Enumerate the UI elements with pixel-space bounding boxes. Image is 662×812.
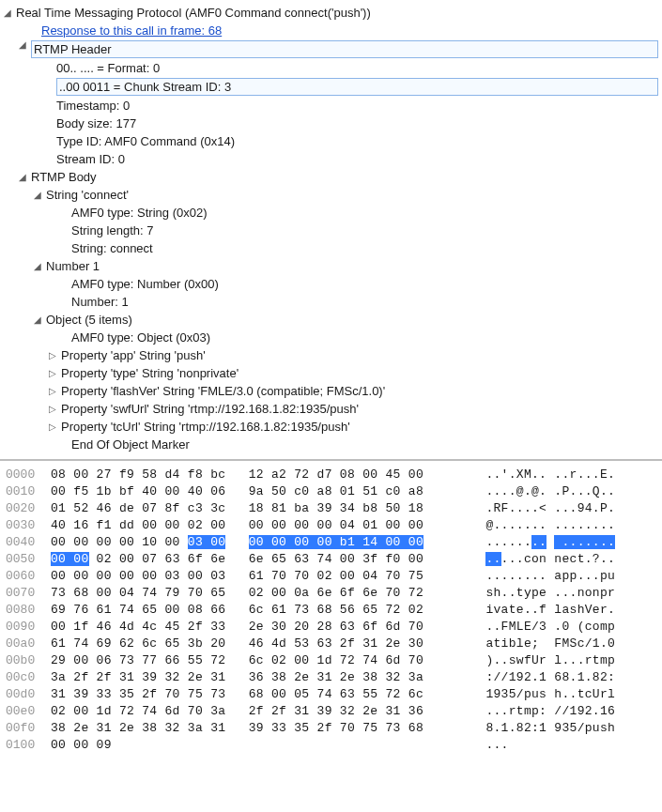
hex-ascii: ..FMLE/3 .0 (comp [485,619,615,636]
hex-row[interactable]: 007073 68 00 04 74 79 70 65 02 00 0a 6e … [6,585,662,602]
rtmp-body-label: RTMP Body [31,168,97,186]
hex-offset: 00f0 [6,720,51,737]
hex-ascii: ...rtmp: //192.16 [485,703,615,720]
hex-row[interactable]: 00d031 39 33 35 2f 70 75 73 68 00 05 74 … [6,686,662,703]
string-length[interactable]: String length: 7 [0,222,662,239]
hex-offset: 0060 [6,568,51,585]
hex-row[interactable]: 010000 00 09 ... [6,737,662,754]
hex-offset: 0000 [6,467,51,483]
hex-offset: 0040 [6,534,51,551]
object-end-marker[interactable]: End Of Object Marker [0,436,662,453]
hex-row[interactable]: 003040 16 f1 dd 00 00 02 00 00 00 00 00 … [6,517,662,534]
hex-row[interactable]: 00b029 00 06 73 77 66 55 72 6c 02 00 1d … [6,652,662,669]
hex-offset: 00a0 [6,636,51,652]
hex-offset: 0080 [6,602,51,619]
chevron-down-icon[interactable]: ◢ [2,4,12,22]
hex-bytes: 3a 2f 2f 31 39 32 2e 31 36 38 2e 31 2e 3… [51,669,464,686]
hex-bytes: 00 00 09 [51,737,464,754]
hex-ascii: )..swfUr l...rtmp [485,652,615,669]
number-value[interactable]: Number: 1 [0,293,662,311]
hex-offset: 0100 [6,737,51,754]
hex-row[interactable]: 00f038 2e 31 2e 38 32 3a 31 39 33 35 2f … [6,720,662,737]
hex-row[interactable]: 00a061 74 69 62 6c 65 3b 20 46 4d 53 63 … [6,636,662,652]
rtmp-header-row[interactable]: ◢ RTMP Header [0,39,662,59]
hex-offset: 0090 [6,619,51,636]
header-format[interactable]: 00.. .... = Format: 0 [0,59,662,77]
chevron-down-icon[interactable]: ◢ [32,311,42,329]
hex-bytes: 02 00 1d 72 74 6d 70 3a 2f 2f 31 39 32 2… [51,703,464,720]
hex-ascii: 1935/pus h..tcUrl [485,686,615,703]
hex-offset: 00c0 [6,669,51,686]
hex-bytes: 38 2e 31 2e 38 32 3a 31 39 33 35 2f 70 7… [51,720,464,737]
string-value[interactable]: String: connect [0,239,662,257]
string-connect-row[interactable]: ◢ String 'connect' [0,186,662,204]
hex-ascii: 8.1.82:1 935/push [485,720,615,737]
hex-bytes: 08 00 27 f9 58 d4 f8 bc 12 a2 72 d7 08 0… [51,467,464,483]
header-stream-id[interactable]: Stream ID: 0 [0,150,662,168]
chevron-down-icon[interactable]: ◢ [32,186,42,204]
chevron-down-icon[interactable]: ◢ [17,39,27,59]
hex-ascii: ..'.XM.. ..r...E. [485,467,615,483]
hex-row[interactable]: 002001 52 46 de 07 8f c3 3c 18 81 ba 39 … [6,500,662,517]
chevron-down-icon[interactable]: ◢ [17,168,27,186]
hex-bytes: 40 16 f1 dd 00 00 02 00 00 00 00 00 04 0… [51,517,464,534]
hex-dump-pane[interactable]: 000008 00 27 f9 58 d4 f8 bc 12 a2 72 d7 … [0,461,662,759]
hex-row[interactable]: 000008 00 27 f9 58 d4 f8 bc 12 a2 72 d7 … [6,467,662,483]
response-link[interactable]: Response to this call in frame: 68 [41,22,222,39]
tree-root-label: Real Time Messaging Protocol (AMF0 Comma… [16,4,371,22]
hex-ascii: ........ app...pu [485,568,615,585]
chevron-right-icon[interactable]: ▷ [47,382,57,400]
object-prop[interactable]: ▷ Property 'swfUrl' String 'rtmp://192.1… [0,400,662,418]
object-row[interactable]: ◢ Object (5 items) [0,311,662,329]
hex-row[interactable]: 008069 76 61 74 65 00 08 66 6c 61 73 68 … [6,602,662,619]
header-chunk-stream[interactable]: ..00 0011 = Chunk Stream ID: 3 [0,77,662,97]
header-timestamp[interactable]: Timestamp: 0 [0,97,662,115]
hex-bytes: 69 76 61 74 65 00 08 66 6c 61 73 68 56 6… [51,602,464,619]
chevron-right-icon[interactable]: ▷ [47,400,57,418]
hex-bytes: 73 68 00 04 74 79 70 65 02 00 0a 6e 6f 6… [51,585,464,602]
number-amf-type[interactable]: AMF0 type: Number (0x00) [0,275,662,293]
hex-row[interactable]: 001000 f5 1b bf 40 00 40 06 9a 50 c0 a8 … [6,483,662,500]
chevron-down-icon[interactable]: ◢ [32,257,42,275]
hex-offset: 0010 [6,483,51,500]
hex-ascii: sh..type ...nonpr [485,585,615,602]
hex-bytes: 00 00 02 00 07 63 6f 6e 6e 65 63 74 00 3… [51,551,464,568]
number-row[interactable]: ◢ Number 1 [0,257,662,275]
chevron-right-icon[interactable]: ▷ [47,418,57,436]
hex-bytes: 00 00 00 00 00 03 00 03 61 70 70 02 00 0… [51,568,464,585]
object-prop[interactable]: ▷ Property 'tcUrl' String 'rtmp://192.16… [0,418,662,436]
response-link-row: Response to this call in frame: 68 [0,22,662,39]
tree-root[interactable]: ◢ Real Time Messaging Protocol (AMF0 Com… [0,4,662,22]
protocol-tree-pane: ◢ Real Time Messaging Protocol (AMF0 Com… [0,0,662,461]
hex-bytes: 00 f5 1b bf 40 00 40 06 9a 50 c0 a8 01 5… [51,483,464,500]
hex-ascii: ... [485,737,516,754]
hex-ascii: @....... ........ [485,517,615,534]
hex-bytes: 61 74 69 62 6c 65 3b 20 46 4d 53 63 2f 3… [51,636,464,652]
hex-offset: 0070 [6,585,51,602]
object-prop[interactable]: ▷ Property 'type' String 'nonprivate' [0,364,662,382]
hex-row[interactable]: 006000 00 00 00 00 03 00 03 61 70 70 02 … [6,568,662,585]
hex-bytes: 31 39 33 35 2f 70 75 73 68 00 05 74 63 5… [51,686,464,703]
hex-ascii: .RF....< ...94.P. [485,500,615,517]
chevron-right-icon[interactable]: ▷ [47,346,57,364]
header-body-size[interactable]: Body size: 177 [0,115,662,132]
hex-ascii: .....con nect.?.. [485,551,615,568]
string-amf-type[interactable]: AMF0 type: String (0x02) [0,204,662,222]
hex-row[interactable]: 00c03a 2f 2f 31 39 32 2e 31 36 38 2e 31 … [6,669,662,686]
hex-row[interactable]: 004000 00 00 00 10 00 03 00 00 00 00 00 … [6,534,662,551]
hex-offset: 0020 [6,500,51,517]
hex-row[interactable]: 005000 00 02 00 07 63 6f 6e 6e 65 63 74 … [6,551,662,568]
hex-row[interactable]: 009000 1f 46 4d 4c 45 2f 33 2e 30 20 28 … [6,619,662,636]
hex-offset: 0050 [6,551,51,568]
hex-bytes: 29 00 06 73 77 66 55 72 6c 02 00 1d 72 7… [51,652,464,669]
header-type-id[interactable]: Type ID: AMF0 Command (0x14) [0,132,662,150]
object-prop[interactable]: ▷ Property 'app' String 'push' [0,346,662,364]
hex-row[interactable]: 00e002 00 1d 72 74 6d 70 3a 2f 2f 31 39 … [6,703,662,720]
object-amf-type[interactable]: AMF0 type: Object (0x03) [0,329,662,346]
hex-bytes: 00 1f 46 4d 4c 45 2f 33 2e 30 20 28 63 6… [51,619,464,636]
hex-ascii: ........ ....... [485,534,615,551]
hex-offset: 00d0 [6,686,51,703]
object-prop[interactable]: ▷ Property 'flashVer' String 'FMLE/3.0 (… [0,382,662,400]
chevron-right-icon[interactable]: ▷ [47,364,57,382]
rtmp-body-row[interactable]: ◢ RTMP Body [0,168,662,186]
